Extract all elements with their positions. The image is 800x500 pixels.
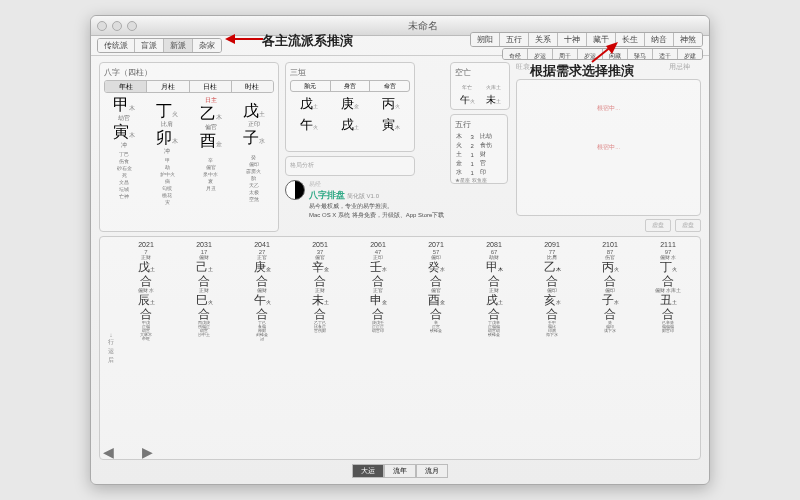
dayun-column[interactable]: 205137偏官辛金合正财未土合乙丁己比食正官伤财: [292, 241, 348, 455]
toolbar: 传统派 盲派 新派 杂家 朔阳 五行 关系 十神 藏干 长生 纳音 神煞 奇经 …: [91, 36, 709, 56]
yijing-info: 易经 八字排盘 简化版 V1.0 易今最权威，专业的易学推演。 Mac OS X…: [285, 180, 444, 220]
pillar-year: 甲木 劫官 寅木 冲 丁己 伤食 砂石金 死 文昌 坛城 亡神: [104, 96, 144, 205]
loading-text-2: 根宿中...: [521, 143, 696, 152]
seg-xin[interactable]: 新派: [164, 39, 193, 52]
wuxing-table: 木3比劫 火2食伤 土1财 金1官 水1印: [455, 132, 503, 177]
tab-month[interactable]: 月柱: [147, 81, 189, 92]
seg-shishen[interactable]: 十神: [558, 33, 587, 46]
mode-segmented[interactable]: 朔阳 五行 关系 十神 藏干 长生 纳音 神煞: [470, 32, 703, 47]
tab-day[interactable]: 日柱: [190, 81, 232, 92]
wuxing-panel: 五行 木3比劫 火2食伤 土1财 金1官 水1印 ★星座 双鱼座: [450, 114, 508, 184]
xupan-btn-2[interactable]: 虚盘: [675, 219, 701, 232]
tab-taiyuan[interactable]: 胎元: [291, 81, 331, 91]
seg-wuxing[interactable]: 五行: [500, 33, 529, 46]
sanyuan-tabs[interactable]: 胎元 身宫 命宫: [290, 80, 410, 92]
seg-changsheng[interactable]: 长生: [616, 33, 645, 46]
school-segmented[interactable]: 传统派 盲派 新派 杂家: [97, 38, 222, 53]
wuxing-title: 五行: [455, 119, 503, 130]
tab-minggong[interactable]: 命宫: [370, 81, 409, 91]
wangshuai-title: 旺衰: [516, 62, 538, 76]
dayun-column[interactable]: 209177比肩乙木合偏印亥水合壬甲偏比印肩海下水: [524, 241, 580, 455]
pillar-hour: 戊土 正印 子水 癸 偏印 霹雳火 胎 天乙 太极 空煞: [234, 96, 274, 205]
tab-hour[interactable]: 时柱: [232, 81, 273, 92]
dayun-column[interactable]: 203117偏财己土合正财巳火合丙戊庚伤偏正刧官沙中土: [176, 241, 232, 455]
yongji-title: 用忌神: [669, 62, 701, 76]
kongwang-panel: 空亡 年亡 火库土 午火 未土: [450, 62, 510, 110]
pillar-month: 丁火 比肩 卯木 冲 甲 劫 炉中火 病 勾绞 桃花 灾: [147, 96, 187, 205]
pillar-day: 日主 乙木 偏官 酉金 辛 偏官 泉中水 衰 月丑: [191, 96, 231, 205]
dayun-panel: ↓ 行 运 后 20217正财戊土合偏财 水辰土合甲戊正偏刧官大林木帝旺2031…: [99, 236, 701, 460]
bazi-title: 八字（四柱）: [104, 67, 274, 78]
tab-shengong[interactable]: 身宫: [331, 81, 371, 91]
arrow-left-icon[interactable]: ◀: [103, 444, 114, 460]
traffic-light-min[interactable]: [112, 21, 122, 31]
traffic-light-close[interactable]: [97, 21, 107, 31]
geju-label: 格局分析: [290, 161, 410, 170]
tab-year[interactable]: 年柱: [105, 81, 147, 92]
dayun-column[interactable]: 211197偏财 水丁火合偏财 水库土丑土合己辛癸偏偏偏财官印: [640, 241, 696, 455]
taiji-icon: [285, 180, 305, 200]
seg-guanxi[interactable]: 关系: [529, 33, 558, 46]
tab-liunian[interactable]: 流年: [384, 464, 416, 478]
kongwang-title: 空亡: [455, 67, 505, 78]
seg-mang[interactable]: 盲派: [135, 39, 164, 52]
dayun-columns[interactable]: 20217正财戊土合偏财 水辰土合甲戊正偏刧官大林木帝旺203117偏财己土合正…: [118, 241, 696, 455]
seg-shuoyang[interactable]: 朔阳: [471, 33, 500, 46]
traffic-light-max[interactable]: [127, 21, 137, 31]
seg-canggan[interactable]: 藏干: [587, 33, 616, 46]
arrow-right-icon[interactable]: ▶: [142, 444, 153, 460]
footer-tabs[interactable]: 大运 流年 流月: [99, 464, 701, 478]
tab-dayun[interactable]: 大运: [352, 464, 384, 478]
geju-panel: 格局分析: [285, 156, 415, 176]
bazi-panel: 八字（四柱） 年柱 月柱 日柱 时柱 甲木 劫官 寅木 冲 丁己 伤食: [99, 62, 279, 232]
dayun-column[interactable]: 206147正印壬水合正官申金合庚戊壬正正正刧官印: [350, 241, 406, 455]
nav-arrows: ◀ ▶: [103, 444, 153, 460]
seg-za[interactable]: 杂家: [193, 39, 221, 52]
dayun-column[interactable]: 208167劫财甲木合正财戌土合丁戊辛正偏偏刧官刧铁锋金: [466, 241, 522, 455]
dayun-column[interactable]: 20217正财戊土合偏财 水辰土合甲戊正偏刧官大林木帝旺: [118, 241, 174, 455]
seg-traditional[interactable]: 传统派: [98, 39, 135, 52]
sanyuan-title: 三垣: [290, 67, 410, 78]
bazi-tabs[interactable]: 年柱 月柱 日柱 时柱: [104, 80, 274, 93]
dayun-column[interactable]: 210187伤官丙火合偏印子水合癸偏印满下水: [582, 241, 638, 455]
tab-liuyue[interactable]: 流月: [416, 464, 448, 478]
loading-text: 根宿中...: [521, 104, 696, 113]
sanyuan-panel: 三垣 胎元 身宫 命宫 戊土 庚金 丙火 午火 戌土 寅木: [285, 62, 415, 152]
dayun-side-label: ↓ 行 运 后: [104, 241, 118, 455]
analysis-panel: 根宿中... 根宿中...: [516, 79, 701, 216]
dayun-column[interactable]: 207157偏印癸水合偏官酉金合辛正官铁锋金: [408, 241, 464, 455]
pillars: 甲木 劫官 寅木 冲 丁己 伤食 砂石金 死 文昌 坛城 亡神: [104, 96, 274, 205]
seg-nayin[interactable]: 纳音: [645, 33, 674, 46]
seg-shensha[interactable]: 神煞: [674, 33, 702, 46]
xupan-btn-1[interactable]: 虚盘: [645, 219, 671, 232]
window-title: 未命名: [142, 19, 703, 33]
dayun-column[interactable]: 204127正官庚金合偏财午火合丁己食偏神财剑锋金冠: [234, 241, 290, 455]
